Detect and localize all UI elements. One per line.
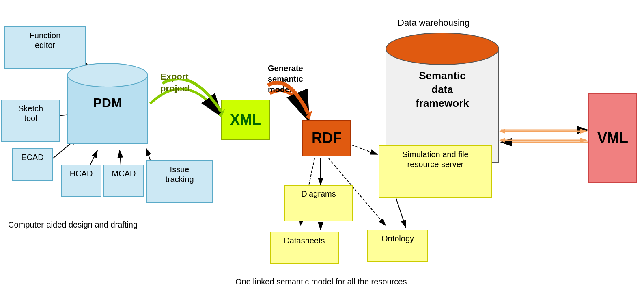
datasheets-box: Datasheets: [270, 232, 339, 264]
sdf-label: Semanticdataframework: [386, 69, 499, 110]
export-arrow-svg: [158, 79, 227, 124]
sdf-cylinder: Semanticdataframework: [386, 33, 499, 163]
sketch-tool-box: Sketchtool: [1, 100, 60, 142]
double-arrow-svg: [499, 124, 590, 148]
diagram-container: Functioneditor Sketchtool ECAD HCAD MCAD…: [0, 0, 644, 297]
gen-sem-arrow-svg: [262, 81, 314, 134]
linked-model-label: One linked semantic model for all the re…: [235, 276, 407, 287]
pdm-cylinder: PDM: [67, 63, 148, 144]
pdm-cylinder-top: [67, 63, 148, 87]
ecad-box: ECAD: [12, 148, 53, 181]
ontology-box: Ontology: [367, 230, 428, 262]
issue-tracking-box: Issuetracking: [146, 160, 213, 203]
simulation-box: Simulation and fileresource server: [379, 145, 492, 198]
svg-marker-20: [499, 129, 505, 134]
svg-marker-19: [580, 129, 588, 134]
mcad-box: MCAD: [103, 165, 144, 197]
cadd-label: Computer-aided design and drafting: [8, 219, 138, 230]
svg-marker-22: [580, 138, 588, 143]
data-warehousing-label: Data warehousing: [398, 17, 470, 29]
vml-box: VML: [588, 93, 637, 183]
diagrams-box: Diagrams: [284, 185, 353, 221]
sdf-top: [386, 33, 499, 65]
svg-marker-23: [499, 138, 505, 143]
hcad-box: HCAD: [61, 165, 101, 197]
pdm-label: PDM: [67, 95, 148, 111]
